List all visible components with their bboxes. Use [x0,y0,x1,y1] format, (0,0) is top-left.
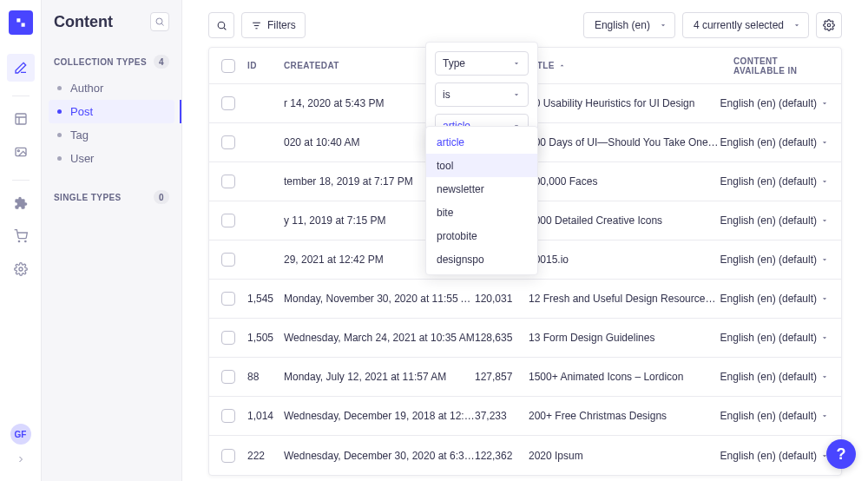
col-title[interactable]: TITLE [529,61,733,70]
rail-builder-icon[interactable] [7,105,35,133]
cell-content-available-in[interactable]: English (en) (default) [720,371,829,383]
avatar[interactable]: GF [10,424,31,445]
rail-divider [12,180,30,181]
collection-types-count: 4 [154,55,169,69]
search-button[interactable] [208,12,234,38]
table-row[interactable]: 1,014Wednesday, December 19, 2018 at 12:… [209,397,841,436]
rail-market-icon[interactable] [7,222,35,250]
cell-content-available-in[interactable]: English (en) (default) [720,332,829,344]
table-row[interactable]: 222Wednesday, December 30, 2020 at 6:32 … [209,436,841,475]
chevron-down-icon [820,138,829,147]
cell-title: 2020 Ipsum [529,450,720,462]
row-checkbox[interactable] [221,96,235,110]
filter-option-article[interactable]: article [426,130,537,154]
cell-createdat: Monday, July 12, 2021 at 11:57 AM [284,371,475,383]
filter-option-designspo[interactable]: designspo [426,247,537,271]
cell-content-available-in[interactable]: English (en) (default) [720,214,829,227]
cell-title: 100,000 Faces [529,175,720,188]
row-checkbox[interactable] [221,370,235,384]
table-row[interactable]: 1,505Wednesday, March 24, 2021 at 10:35 … [209,319,841,358]
row-checkbox[interactable] [221,292,235,306]
filter-option-protobite[interactable]: protobite [426,224,537,247]
cell-title: 10 Usability Heuristics for UI Design [529,97,720,109]
svg-point-13 [827,23,831,27]
rail-plugins-icon[interactable] [7,189,35,217]
sidebar-item-tag[interactable]: Tag [49,123,174,147]
table-row[interactable]: 88Monday, July 12, 2021 at 11:57 AM127,8… [209,358,841,397]
select-all-checkbox[interactable] [221,59,235,73]
svg-point-2 [17,150,19,152]
sidebar-item-author[interactable]: Author [49,76,174,100]
svg-point-8 [218,22,225,29]
chevron-down-icon [820,99,829,108]
row-checkbox[interactable] [221,449,235,463]
search-collections-button[interactable] [150,12,169,31]
view-settings-button[interactable] [816,12,842,38]
svg-line-7 [161,23,163,25]
svg-point-6 [156,18,162,24]
cell-id: 1,545 [247,293,284,305]
filter-operator-select[interactable]: is [435,82,529,107]
col-id[interactable]: ID [247,61,284,70]
chevron-down-icon [512,59,521,68]
row-checkbox[interactable] [221,135,235,149]
rail-settings-icon[interactable] [7,255,35,283]
cell-createdat: Wednesday, March 24, 2021 at 10:35 AM [284,332,475,344]
chevron-down-icon [820,333,829,342]
svg-point-4 [24,240,25,241]
row-checkbox[interactable] [221,331,235,345]
bullet-icon [57,86,62,90]
svg-rect-0 [16,114,26,124]
cell-createdat: Monday, November 30, 2020 at 11:55 AM [284,293,475,305]
locale-label: English (en) [595,19,650,31]
svg-line-9 [224,28,226,30]
col-content-available-in[interactable]: CONTENT AVAILABLE IN [733,56,829,76]
cell-content-available-in[interactable]: English (en) (default) [720,254,829,266]
cell-title: 200+ Free Christmas Designs [529,410,720,422]
filter-option-newsletter[interactable]: newsletter [426,177,537,201]
bullet-icon [57,133,62,137]
cell-legacyid: 37,233 [475,410,529,422]
row-checkbox[interactable] [221,175,235,188]
svg-point-5 [19,267,23,271]
cell-id: 88 [247,371,284,383]
sidebar-item-label: Author [70,82,103,95]
cell-content-available-in[interactable]: English (en) (default) [720,136,829,148]
sidebar-item-user[interactable]: User [49,147,174,170]
cell-title: 10015.io [529,254,720,266]
cell-content-available-in[interactable]: English (en) (default) [720,175,829,188]
svg-point-3 [18,240,19,241]
cell-content-available-in[interactable]: English (en) (default) [720,450,829,462]
locale-select[interactable]: English (en) [583,12,675,38]
row-checkbox[interactable] [221,253,235,267]
filters-label: Filters [267,19,296,31]
fields-select[interactable]: 4 currently selected [682,12,809,38]
cell-title: 1500+ Animated Icons – Lordicon [529,371,720,383]
help-fab[interactable]: ? [826,439,856,469]
cell-id: 1,014 [247,410,284,422]
collapse-rail-icon[interactable] [11,450,30,469]
sidebar-item-label: User [70,152,94,165]
filter-option-tool[interactable]: tool [426,154,537,177]
cell-createdat: Wednesday, December 19, 2018 at 12:34 PM [284,410,475,422]
rail-media-icon[interactable] [7,138,35,166]
filter-field-select[interactable]: Type [435,51,529,76]
row-checkbox[interactable] [221,409,235,423]
table-row[interactable]: 1,545Monday, November 30, 2020 at 11:55 … [209,280,841,319]
rail-content-icon[interactable] [7,54,35,82]
filter-value-dropdown: articletoolnewsletterbiteprotobitedesign… [425,126,538,275]
bullet-icon [57,109,62,114]
single-types-label: Single Types [54,193,122,202]
filters-button[interactable]: Filters [241,12,306,38]
collection-types-label: Collection Types [54,57,147,67]
cell-content-available-in[interactable]: English (en) (default) [720,410,829,422]
row-checkbox[interactable] [221,214,235,227]
cell-title: 12 Fresh and Useful Design Resources of … [529,293,720,305]
app-logo[interactable] [9,10,33,35]
sidebar-item-post[interactable]: Post [49,100,174,123]
filter-option-bite[interactable]: bite [426,201,537,224]
cell-content-available-in[interactable]: English (en) (default) [720,293,829,305]
cell-legacyid: 122,362 [475,450,529,462]
cell-content-available-in[interactable]: English (en) (default) [720,97,829,109]
chevron-down-icon [792,21,801,30]
